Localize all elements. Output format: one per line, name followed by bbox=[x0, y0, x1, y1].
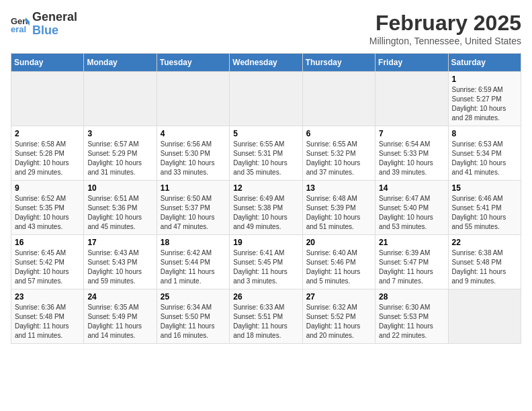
calendar-cell: 6Sunrise: 6:55 AM Sunset: 5:32 PM Daylig… bbox=[302, 126, 375, 181]
day-info: Sunrise: 6:55 AM Sunset: 5:31 PM Dayligh… bbox=[233, 140, 298, 177]
day-info: Sunrise: 6:32 AM Sunset: 5:52 PM Dayligh… bbox=[306, 303, 371, 340]
svg-text:eral: eral bbox=[11, 24, 26, 34]
calendar-cell: 4Sunrise: 6:56 AM Sunset: 5:30 PM Daylig… bbox=[157, 126, 229, 181]
calendar-cell: 13Sunrise: 6:48 AM Sunset: 5:39 PM Dayli… bbox=[302, 181, 375, 235]
calendar-cell: 8Sunrise: 6:53 AM Sunset: 5:34 PM Daylig… bbox=[448, 126, 521, 181]
day-info: Sunrise: 6:33 AM Sunset: 5:51 PM Dayligh… bbox=[233, 303, 298, 340]
day-info: Sunrise: 6:39 AM Sunset: 5:47 PM Dayligh… bbox=[379, 248, 444, 286]
day-number: 22 bbox=[452, 238, 517, 247]
calendar-cell: 17Sunrise: 6:43 AM Sunset: 5:43 PM Dayli… bbox=[84, 235, 157, 289]
calendar-cell: 28Sunrise: 6:30 AM Sunset: 5:53 PM Dayli… bbox=[375, 289, 448, 344]
day-info: Sunrise: 6:59 AM Sunset: 5:27 PM Dayligh… bbox=[452, 85, 517, 123]
day-number: 23 bbox=[15, 292, 80, 302]
day-info: Sunrise: 6:35 AM Sunset: 5:49 PM Dayligh… bbox=[87, 303, 152, 340]
page-title: February 2025 bbox=[369, 11, 521, 36]
day-number: 8 bbox=[452, 129, 517, 138]
calendar-cell: 2Sunrise: 6:58 AM Sunset: 5:28 PM Daylig… bbox=[11, 126, 84, 181]
day-info: Sunrise: 6:30 AM Sunset: 5:53 PM Dayligh… bbox=[379, 303, 444, 340]
day-number: 11 bbox=[161, 183, 226, 193]
calendar-cell bbox=[230, 72, 302, 126]
logo-text: General Blue bbox=[32, 11, 77, 38]
day-number: 27 bbox=[306, 292, 371, 302]
day-number: 7 bbox=[379, 129, 444, 138]
day-number: 3 bbox=[87, 129, 152, 138]
calendar-cell: 15Sunrise: 6:46 AM Sunset: 5:41 PM Dayli… bbox=[448, 181, 521, 235]
week-row-1: 1Sunrise: 6:59 AM Sunset: 5:27 PM Daylig… bbox=[11, 72, 521, 126]
day-info: Sunrise: 6:55 AM Sunset: 5:32 PM Dayligh… bbox=[306, 140, 371, 177]
calendar-cell bbox=[84, 72, 157, 126]
day-info: Sunrise: 6:34 AM Sunset: 5:50 PM Dayligh… bbox=[161, 303, 226, 340]
day-number: 9 bbox=[15, 183, 80, 193]
day-number: 14 bbox=[379, 183, 444, 193]
calendar-cell bbox=[302, 72, 375, 126]
header: Gen eral General Blue February 2025 Mill… bbox=[11, 11, 521, 46]
week-row-5: 23Sunrise: 6:36 AM Sunset: 5:48 PM Dayli… bbox=[11, 289, 521, 344]
calendar-cell: 9Sunrise: 6:52 AM Sunset: 5:35 PM Daylig… bbox=[11, 181, 84, 235]
calendar-cell bbox=[448, 289, 521, 344]
day-number: 13 bbox=[306, 183, 371, 193]
day-info: Sunrise: 6:38 AM Sunset: 5:48 PM Dayligh… bbox=[452, 248, 517, 286]
day-info: Sunrise: 6:57 AM Sunset: 5:29 PM Dayligh… bbox=[87, 140, 152, 177]
calendar-cell: 21Sunrise: 6:39 AM Sunset: 5:47 PM Dayli… bbox=[375, 235, 448, 289]
day-number: 21 bbox=[379, 238, 444, 247]
day-number: 4 bbox=[161, 129, 226, 138]
column-header-wednesday: Wednesday bbox=[230, 54, 302, 72]
week-row-2: 2Sunrise: 6:58 AM Sunset: 5:28 PM Daylig… bbox=[11, 126, 521, 181]
day-number: 10 bbox=[87, 183, 152, 193]
week-row-4: 16Sunrise: 6:45 AM Sunset: 5:42 PM Dayli… bbox=[11, 235, 521, 289]
column-header-tuesday: Tuesday bbox=[157, 54, 229, 72]
calendar-cell: 26Sunrise: 6:33 AM Sunset: 5:51 PM Dayli… bbox=[230, 289, 302, 344]
day-number: 15 bbox=[452, 183, 517, 193]
calendar-cell: 24Sunrise: 6:35 AM Sunset: 5:49 PM Dayli… bbox=[84, 289, 157, 344]
calendar-cell: 22Sunrise: 6:38 AM Sunset: 5:48 PM Dayli… bbox=[448, 235, 521, 289]
calendar-cell bbox=[157, 72, 229, 126]
calendar-cell: 11Sunrise: 6:50 AM Sunset: 5:37 PM Dayli… bbox=[157, 181, 229, 235]
day-number: 16 bbox=[15, 238, 80, 247]
day-info: Sunrise: 6:47 AM Sunset: 5:40 PM Dayligh… bbox=[379, 194, 444, 232]
calendar-cell: 1Sunrise: 6:59 AM Sunset: 5:27 PM Daylig… bbox=[448, 72, 521, 126]
logo: Gen eral General Blue bbox=[11, 11, 77, 38]
day-info: Sunrise: 6:40 AM Sunset: 5:46 PM Dayligh… bbox=[306, 248, 371, 286]
day-info: Sunrise: 6:51 AM Sunset: 5:36 PM Dayligh… bbox=[87, 194, 152, 232]
day-number: 6 bbox=[306, 129, 371, 138]
logo-icon: Gen eral bbox=[11, 15, 30, 34]
column-header-friday: Friday bbox=[375, 54, 448, 72]
calendar-cell bbox=[375, 72, 448, 126]
calendar-cell bbox=[11, 72, 84, 126]
day-info: Sunrise: 6:43 AM Sunset: 5:43 PM Dayligh… bbox=[87, 248, 152, 286]
calendar-cell: 14Sunrise: 6:47 AM Sunset: 5:40 PM Dayli… bbox=[375, 181, 448, 235]
calendar-cell: 20Sunrise: 6:40 AM Sunset: 5:46 PM Dayli… bbox=[302, 235, 375, 289]
day-number: 28 bbox=[379, 292, 444, 302]
day-info: Sunrise: 6:49 AM Sunset: 5:38 PM Dayligh… bbox=[233, 194, 298, 232]
day-info: Sunrise: 6:48 AM Sunset: 5:39 PM Dayligh… bbox=[306, 194, 371, 232]
calendar-cell: 27Sunrise: 6:32 AM Sunset: 5:52 PM Dayli… bbox=[302, 289, 375, 344]
calendar-cell: 16Sunrise: 6:45 AM Sunset: 5:42 PM Dayli… bbox=[11, 235, 84, 289]
calendar-cell: 12Sunrise: 6:49 AM Sunset: 5:38 PM Dayli… bbox=[230, 181, 302, 235]
column-header-thursday: Thursday bbox=[302, 54, 375, 72]
day-info: Sunrise: 6:45 AM Sunset: 5:42 PM Dayligh… bbox=[15, 248, 80, 286]
column-header-sunday: Sunday bbox=[11, 54, 84, 72]
calendar-cell: 10Sunrise: 6:51 AM Sunset: 5:36 PM Dayli… bbox=[84, 181, 157, 235]
day-number: 20 bbox=[306, 238, 371, 247]
day-info: Sunrise: 6:42 AM Sunset: 5:44 PM Dayligh… bbox=[161, 248, 226, 286]
day-number: 17 bbox=[87, 238, 152, 247]
title-area: February 2025 Millington, Tennessee, Uni… bbox=[369, 11, 521, 46]
column-header-monday: Monday bbox=[84, 54, 157, 72]
column-header-saturday: Saturday bbox=[448, 54, 521, 72]
calendar-cell: 18Sunrise: 6:42 AM Sunset: 5:44 PM Dayli… bbox=[157, 235, 229, 289]
day-number: 5 bbox=[233, 129, 298, 138]
day-info: Sunrise: 6:52 AM Sunset: 5:35 PM Dayligh… bbox=[15, 194, 80, 232]
day-info: Sunrise: 6:54 AM Sunset: 5:33 PM Dayligh… bbox=[379, 140, 444, 177]
day-info: Sunrise: 6:46 AM Sunset: 5:41 PM Dayligh… bbox=[452, 194, 517, 232]
calendar-cell: 25Sunrise: 6:34 AM Sunset: 5:50 PM Dayli… bbox=[157, 289, 229, 344]
calendar-cell: 7Sunrise: 6:54 AM Sunset: 5:33 PM Daylig… bbox=[375, 126, 448, 181]
calendar-cell: 23Sunrise: 6:36 AM Sunset: 5:48 PM Dayli… bbox=[11, 289, 84, 344]
week-row-3: 9Sunrise: 6:52 AM Sunset: 5:35 PM Daylig… bbox=[11, 181, 521, 235]
calendar-table: SundayMondayTuesdayWednesdayThursdayFrid… bbox=[11, 53, 521, 344]
day-info: Sunrise: 6:36 AM Sunset: 5:48 PM Dayligh… bbox=[15, 303, 80, 340]
day-number: 24 bbox=[87, 292, 152, 302]
day-info: Sunrise: 6:53 AM Sunset: 5:34 PM Dayligh… bbox=[452, 140, 517, 177]
day-number: 1 bbox=[452, 75, 517, 84]
page-subtitle: Millington, Tennessee, United States bbox=[369, 36, 521, 46]
day-info: Sunrise: 6:41 AM Sunset: 5:45 PM Dayligh… bbox=[233, 248, 298, 286]
